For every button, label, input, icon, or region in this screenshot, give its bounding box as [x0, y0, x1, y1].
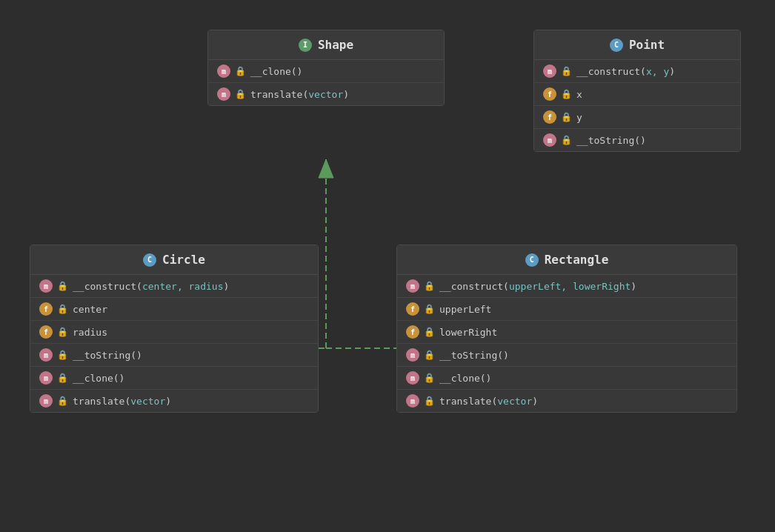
m-badge: m — [406, 394, 419, 408]
lock-icon: 🔒 — [424, 304, 435, 314]
circle-row-clone: m 🔒 __clone() — [30, 367, 318, 390]
m-badge: m — [543, 133, 556, 147]
lock-icon: 🔒 — [561, 66, 572, 76]
svg-marker-3 — [319, 159, 333, 178]
point-row-x: f 🔒 x — [534, 83, 740, 106]
method-label: translate(vector) — [439, 396, 538, 407]
field-label: upperLeft — [439, 304, 491, 315]
lock-icon: 🔒 — [424, 350, 435, 360]
m-badge: m — [406, 348, 419, 362]
circle-row-construct: m 🔒 __construct(center, radius) — [30, 275, 318, 298]
shape-badge: I — [299, 39, 312, 52]
point-body: m 🔒 __construct(x, y) f 🔒 x f 🔒 y m 🔒 __… — [534, 60, 740, 151]
circle-row-tostring: m 🔒 __toString() — [30, 344, 318, 367]
lock-icon: 🔒 — [561, 135, 572, 145]
f-badge: f — [406, 302, 419, 316]
rectangle-title: Rectangle — [545, 253, 609, 267]
lock-icon: 🔒 — [424, 373, 435, 383]
field-label: y — [576, 112, 582, 123]
field-label: radius — [73, 327, 107, 338]
m-badge: m — [217, 87, 230, 101]
f-badge: f — [543, 87, 556, 101]
lock-icon: 🔒 — [235, 89, 246, 99]
shape-row-translate: m 🔒 translate(vector) — [208, 83, 444, 105]
rectangle-row-translate: m 🔒 translate(vector) — [397, 390, 736, 412]
lock-icon: 🔒 — [57, 281, 68, 291]
rectangle-card: C Rectangle m 🔒 __construct(upperLeft, l… — [396, 245, 737, 413]
rectangle-header: C Rectangle — [397, 245, 736, 275]
m-badge: m — [406, 279, 419, 293]
lock-icon: 🔒 — [424, 281, 435, 291]
m-badge: m — [39, 394, 53, 408]
shape-header: I Shape — [208, 30, 444, 60]
point-badge: C — [610, 39, 623, 52]
circle-title: Circle — [162, 253, 205, 267]
shape-card: I Shape m 🔒 __clone() m 🔒 translate(vect… — [207, 30, 445, 106]
lock-icon: 🔒 — [57, 327, 68, 337]
lock-icon: 🔒 — [424, 396, 435, 406]
method-label: __toString() — [73, 350, 142, 361]
point-row-tostring: m 🔒 __toString() — [534, 129, 740, 151]
circle-badge: C — [143, 253, 156, 267]
circle-header: C Circle — [30, 245, 318, 275]
f-badge: f — [39, 325, 53, 339]
method-label: __toString() — [439, 350, 509, 361]
lock-icon: 🔒 — [561, 89, 572, 99]
circle-row-radius: f 🔒 radius — [30, 321, 318, 344]
circle-body: m 🔒 __construct(center, radius) f 🔒 cent… — [30, 275, 318, 412]
method-label: __construct(x, y) — [576, 66, 675, 77]
circle-card: C Circle m 🔒 __construct(center, radius)… — [30, 245, 319, 413]
method-label: __clone() — [250, 66, 302, 77]
method-label: __clone() — [73, 373, 124, 384]
rectangle-row-lowerright: f 🔒 lowerRight — [397, 321, 736, 344]
m-badge: m — [39, 371, 53, 385]
lock-icon: 🔒 — [561, 112, 572, 122]
lock-icon: 🔒 — [57, 350, 68, 360]
shape-body: m 🔒 __clone() m 🔒 translate(vector) — [208, 60, 444, 105]
rectangle-row-construct: m 🔒 __construct(upperLeft, lowerRight) — [397, 275, 736, 298]
shape-row-clone: m 🔒 __clone() — [208, 60, 444, 83]
rectangle-row-upperleft: f 🔒 upperLeft — [397, 298, 736, 321]
f-badge: f — [543, 110, 556, 124]
lock-icon: 🔒 — [235, 66, 246, 76]
field-label: center — [73, 304, 107, 315]
rectangle-row-clone: m 🔒 __clone() — [397, 367, 736, 390]
m-badge: m — [543, 64, 556, 78]
rectangle-body: m 🔒 __construct(upperLeft, lowerRight) f… — [397, 275, 736, 412]
f-badge: f — [406, 325, 419, 339]
rectangle-row-tostring: m 🔒 __toString() — [397, 344, 736, 367]
point-row-y: f 🔒 y — [534, 106, 740, 129]
point-card: C Point m 🔒 __construct(x, y) f 🔒 x f 🔒 … — [533, 30, 741, 152]
circle-row-translate: m 🔒 translate(vector) — [30, 390, 318, 412]
lock-icon: 🔒 — [57, 304, 68, 314]
point-row-construct: m 🔒 __construct(x, y) — [534, 60, 740, 83]
diagram-container: I Shape m 🔒 __clone() m 🔒 translate(vect… — [0, 0, 775, 532]
method-label: __toString() — [576, 135, 646, 146]
lock-icon: 🔒 — [57, 396, 68, 406]
circle-row-center: f 🔒 center — [30, 298, 318, 321]
m-badge: m — [217, 64, 230, 78]
method-label: __construct(upperLeft, lowerRight) — [439, 281, 636, 292]
rectangle-badge: C — [525, 253, 539, 267]
m-badge: m — [39, 279, 53, 293]
method-label: __clone() — [439, 373, 491, 384]
method-label: translate(vector) — [73, 396, 171, 407]
method-label: translate(vector) — [250, 89, 349, 100]
lock-icon: 🔒 — [424, 327, 435, 337]
point-title: Point — [629, 38, 665, 52]
shape-title: Shape — [318, 38, 353, 52]
method-label: __construct(center, radius) — [73, 281, 229, 292]
m-badge: m — [406, 371, 419, 385]
field-label: x — [576, 89, 582, 100]
field-label: lowerRight — [439, 327, 497, 338]
lock-icon: 🔒 — [57, 373, 68, 383]
f-badge: f — [39, 302, 53, 316]
m-badge: m — [39, 348, 53, 362]
point-header: C Point — [534, 30, 740, 60]
